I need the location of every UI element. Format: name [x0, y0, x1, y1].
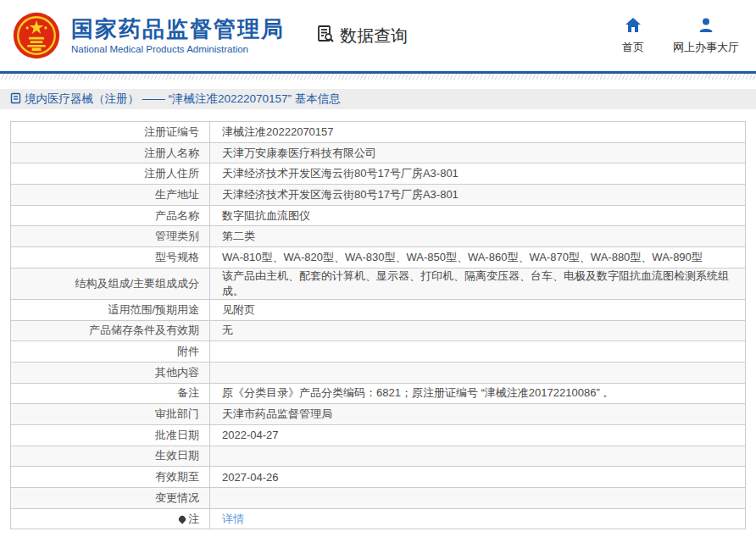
row-label: 审批部门	[11, 404, 210, 425]
row-value: 2022-04-27	[210, 424, 746, 446]
table-row: 有效期至2027-04-26	[11, 467, 746, 488]
table-row: 适用范围/预期用途见附页	[11, 299, 746, 320]
table-row: 结构及组成/主要组成成分该产品由主机、配套的计算机、显示器、打印机、隔离变压器、…	[11, 268, 746, 299]
row-value: 天津经济技术开发区海云街80号17号厂房A3-801	[210, 185, 746, 206]
table-row: 备注原《分类目录》产品分类编码：6821；原注册证编号 “津械注准2017221…	[11, 383, 746, 404]
row-label: 有效期至	[11, 467, 210, 488]
table-row: 注册证编号津械注准20222070157	[11, 122, 746, 143]
data-query-label: 数据查询	[340, 25, 408, 47]
nav-home-label: 首页	[622, 40, 644, 55]
row-value: 天津市药品监督管理局	[210, 404, 746, 425]
row-label: 生效日期	[11, 446, 210, 467]
row-label: 注册人名称	[11, 142, 210, 163]
stripe-pattern	[0, 74, 756, 80]
org-name-en: National Medical Products Administration	[71, 44, 285, 54]
row-label: 型号规格	[11, 247, 210, 268]
row-value	[210, 488, 746, 509]
nmpa-logo[interactable]: 国家药品监督管理局 National Medical Products Admi…	[12, 11, 285, 60]
table-row: 其他内容	[11, 362, 746, 383]
row-value: 数字阻抗血流图仪	[210, 205, 746, 226]
row-value: WA-810型、WA-820型、WA-830型、WA-850型、WA-860型、…	[210, 247, 746, 268]
row-value	[210, 341, 746, 363]
info-table: 注册证编号津械注准20222070157注册人名称天津万安康泰医疗科技有限公司注…	[10, 121, 746, 529]
row-label: 产品名称	[11, 205, 210, 226]
row-value: 天津万安康泰医疗科技有限公司	[210, 142, 746, 163]
row-label: 生产地址	[11, 185, 210, 206]
document-icon	[10, 92, 25, 107]
org-name-zh: 国家药品监督管理局	[71, 17, 285, 42]
table-row: 批准日期2022-04-27	[11, 424, 746, 446]
breadcrumb-text: 境内医疗器械（注册） —— “津械注准20222070157” 基本信息	[25, 91, 341, 107]
site-header: 国家药品监督管理局 National Medical Products Admi…	[0, 0, 756, 71]
table-row: 注册人名称天津万安康泰医疗科技有限公司	[11, 142, 746, 163]
table-row: 审批部门天津市药品监督管理局	[11, 404, 746, 425]
nav-hall-label: 网上办事大厅	[673, 40, 739, 55]
row-label: 适用范围/预期用途	[11, 299, 210, 320]
table-row: 注详情	[11, 508, 746, 529]
row-value: 2027-04-26	[210, 467, 746, 488]
row-value: 津械注准20222070157	[210, 122, 746, 143]
top-nav: 首页 网上办事大厅	[622, 17, 744, 55]
row-value: 见附页	[210, 299, 746, 320]
row-value: 原《分类目录》产品分类编码：6821；原注册证编号 “津械注准201722100…	[210, 383, 746, 404]
row-value	[210, 362, 746, 383]
row-label: 附件	[11, 341, 210, 363]
breadcrumb: 境内医疗器械（注册） —— “津械注准20222070157” 基本信息	[0, 89, 756, 109]
table-row: 型号规格WA-810型、WA-820型、WA-830型、WA-850型、WA-8…	[11, 247, 746, 268]
data-query-title: 数据查询	[315, 24, 408, 48]
row-label: 注册证编号	[11, 122, 210, 143]
row-label: 批准日期	[11, 424, 210, 446]
nav-home[interactable]: 首页	[622, 17, 644, 55]
table-row: 产品名称数字阻抗血流图仪	[11, 205, 746, 226]
row-label: 注	[11, 508, 210, 529]
table-row: 注册人住所天津经济技术开发区海云街80号17号厂房A3-801	[11, 163, 746, 185]
row-value: 天津经济技术开发区海云街80号17号厂房A3-801	[210, 163, 746, 185]
row-value	[210, 446, 746, 467]
row-label: 产品储存条件及有效期	[11, 320, 210, 341]
table-row: 附件	[11, 341, 746, 363]
row-label: 结构及组成/主要组成成分	[11, 268, 210, 299]
table-row: 生效日期	[11, 446, 746, 467]
nav-online-service-hall[interactable]: 网上办事大厅	[673, 17, 739, 55]
row-label: 备注	[11, 383, 210, 404]
table-row: 变更情况	[11, 488, 746, 509]
table-row: 生产地址天津经济技术开发区海云街80号17号厂房A3-801	[11, 185, 746, 206]
row-value: 无	[210, 320, 746, 341]
home-icon	[625, 17, 642, 36]
info-table-body: 注册证编号津械注准20222070157注册人名称天津万安康泰医疗科技有限公司注…	[11, 122, 746, 529]
row-value: 详情	[210, 508, 746, 529]
person-icon	[698, 17, 714, 36]
row-label: 其他内容	[11, 362, 210, 383]
data-query-icon	[315, 24, 340, 48]
national-emblem-icon	[12, 11, 61, 60]
row-label: 管理类别	[11, 226, 210, 247]
table-row: 产品储存条件及有效期无	[11, 320, 746, 341]
note-icon	[177, 514, 186, 523]
row-value: 第二类	[210, 226, 746, 247]
detail-link[interactable]: 详情	[222, 512, 244, 525]
registration-info-section: 注册证编号津械注准20222070157注册人名称天津万安康泰医疗科技有限公司注…	[10, 121, 746, 529]
table-row: 管理类别第二类	[11, 226, 746, 247]
row-value: 该产品由主机、配套的计算机、显示器、打印机、隔离变压器、台车、电极及数字阻抗血流…	[210, 268, 746, 299]
row-label: 变更情况	[11, 488, 210, 509]
row-label: 注册人住所	[11, 163, 210, 185]
